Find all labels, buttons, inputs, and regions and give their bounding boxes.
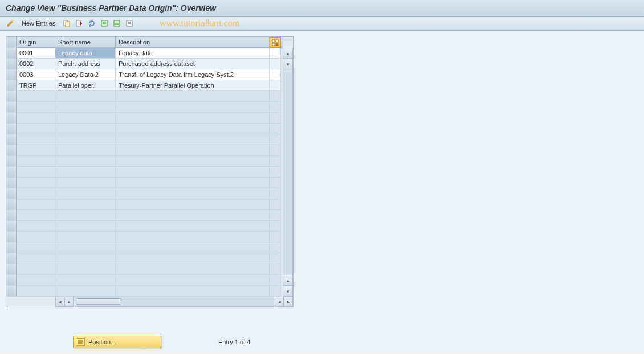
cell-empty xyxy=(55,102,116,113)
position-button[interactable]: Position... xyxy=(73,336,161,348)
table-row-empty xyxy=(6,275,283,286)
cell-empty xyxy=(55,134,116,145)
cell-empty xyxy=(55,253,116,264)
scroll-left-start-icon[interactable]: ◂ xyxy=(55,297,64,307)
svg-rect-13 xyxy=(272,43,275,46)
row-selector[interactable] xyxy=(6,242,17,253)
row-selector[interactable] xyxy=(6,232,17,242)
column-header-description[interactable]: Description xyxy=(116,37,270,48)
cell-empty xyxy=(55,188,116,199)
cell-empty xyxy=(116,102,270,113)
cell-shortname[interactable]: Legacy data xyxy=(55,48,116,59)
cell-empty xyxy=(270,242,281,253)
cell-empty xyxy=(116,242,270,253)
scroll-down-icon[interactable]: ▾ xyxy=(283,59,293,69)
row-selector[interactable] xyxy=(6,145,17,156)
select-block-icon[interactable] xyxy=(112,19,121,28)
toolbar: New Entries www.tutorialkart.com xyxy=(0,17,644,31)
select-all-rows[interactable] xyxy=(6,37,17,48)
row-selector[interactable] xyxy=(6,264,17,275)
row-selector[interactable] xyxy=(6,91,17,102)
cell-origin[interactable]: 0002 xyxy=(17,59,55,69)
cell-empty xyxy=(116,210,270,221)
cell-origin[interactable]: 0001 xyxy=(17,48,55,59)
delete-icon[interactable] xyxy=(75,19,84,28)
scroll-up-icon[interactable]: ▴ xyxy=(283,48,293,59)
scroll-down-bottom-icon[interactable]: ▾ xyxy=(283,286,293,297)
cell-empty xyxy=(116,167,270,178)
row-selector[interactable] xyxy=(6,178,17,188)
cell-empty xyxy=(55,232,116,242)
cell-description[interactable]: Tresury-Partner Parallel Operation xyxy=(116,80,270,91)
vscroll-track[interactable] xyxy=(283,69,293,275)
row-selector[interactable] xyxy=(6,199,17,210)
row-selector[interactable] xyxy=(6,253,17,264)
cell-empty xyxy=(17,188,55,199)
cell-empty xyxy=(17,102,55,113)
cell-empty xyxy=(55,286,116,297)
cell-empty xyxy=(270,210,281,221)
row-selector[interactable] xyxy=(6,210,17,221)
table-header-row: Origin Short name Description xyxy=(6,37,283,48)
svg-rect-16 xyxy=(78,341,83,343)
row-selector[interactable] xyxy=(6,221,17,232)
row-selector[interactable] xyxy=(6,286,17,297)
column-header-shortname[interactable]: Short name xyxy=(55,37,116,48)
column-header-origin[interactable]: Origin xyxy=(17,37,55,48)
toggle-change-icon[interactable] xyxy=(6,19,15,28)
cell-origin[interactable]: TRGP xyxy=(17,80,55,91)
row-selector[interactable] xyxy=(6,59,17,69)
scroll-left-end-icon[interactable]: ◂ xyxy=(275,297,284,307)
cell-shortname[interactable]: Purch. address xyxy=(55,59,116,69)
table-row-empty xyxy=(6,102,283,113)
new-entries-button[interactable]: New Entries xyxy=(18,19,59,28)
cell-empty xyxy=(17,145,55,156)
cell-empty xyxy=(55,124,116,134)
svg-rect-1 xyxy=(66,22,70,27)
hscroll-thumb[interactable] xyxy=(76,298,121,305)
cell-empty xyxy=(116,232,270,242)
row-selector[interactable] xyxy=(6,69,17,80)
row-selector[interactable] xyxy=(6,48,17,59)
cell-empty xyxy=(17,113,55,124)
cell-description[interactable]: Purchased address dataset xyxy=(116,59,270,69)
scroll-right-end-icon[interactable]: ▸ xyxy=(284,297,293,307)
select-all-icon[interactable] xyxy=(100,19,109,28)
cell-empty xyxy=(270,253,281,264)
row-selector[interactable] xyxy=(6,80,17,91)
cell-empty xyxy=(270,102,281,113)
undo-icon[interactable] xyxy=(87,19,96,28)
row-selector[interactable] xyxy=(6,188,17,199)
row-selector[interactable] xyxy=(6,124,17,134)
cell-description[interactable]: Legacy data xyxy=(116,48,270,59)
row-selector[interactable] xyxy=(6,156,17,167)
row-selector[interactable] xyxy=(6,113,17,124)
cell-shortname[interactable]: Parallel oper. xyxy=(55,80,116,91)
cell-empty xyxy=(17,178,55,188)
svg-rect-15 xyxy=(78,340,83,341)
table-row-empty xyxy=(6,113,283,124)
copy-icon[interactable] xyxy=(62,19,71,28)
cell-shortname[interactable]: Legacy Data 2 xyxy=(55,69,116,80)
table-row-empty xyxy=(6,210,283,221)
deselect-all-icon[interactable] xyxy=(125,19,134,28)
table-settings-icon[interactable] xyxy=(270,37,281,48)
position-icon xyxy=(76,338,85,346)
cell-empty xyxy=(116,253,270,264)
main-content: Origin Short name Description 0001Legacy… xyxy=(0,31,644,351)
header-bar: Change View "Business Partner Data Origi… xyxy=(0,0,644,17)
cell-extra xyxy=(270,59,281,69)
row-selector[interactable] xyxy=(6,102,17,113)
row-selector[interactable] xyxy=(6,134,17,145)
cell-empty xyxy=(116,221,270,232)
table-row-empty xyxy=(6,188,283,199)
row-selector[interactable] xyxy=(6,167,17,178)
cell-empty xyxy=(55,264,116,275)
table-row: 0001Legacy dataLegacy data xyxy=(6,48,283,59)
scroll-up-bottom-icon[interactable]: ▴ xyxy=(283,275,293,286)
cell-origin[interactable]: 0003 xyxy=(17,69,55,80)
hscroll-track[interactable] xyxy=(75,297,274,307)
row-selector[interactable] xyxy=(6,275,17,286)
cell-description[interactable]: Transf. of Legacy Data frm Legacy Syst.2 xyxy=(116,69,270,80)
scroll-right-start-icon[interactable]: ▸ xyxy=(64,297,74,307)
